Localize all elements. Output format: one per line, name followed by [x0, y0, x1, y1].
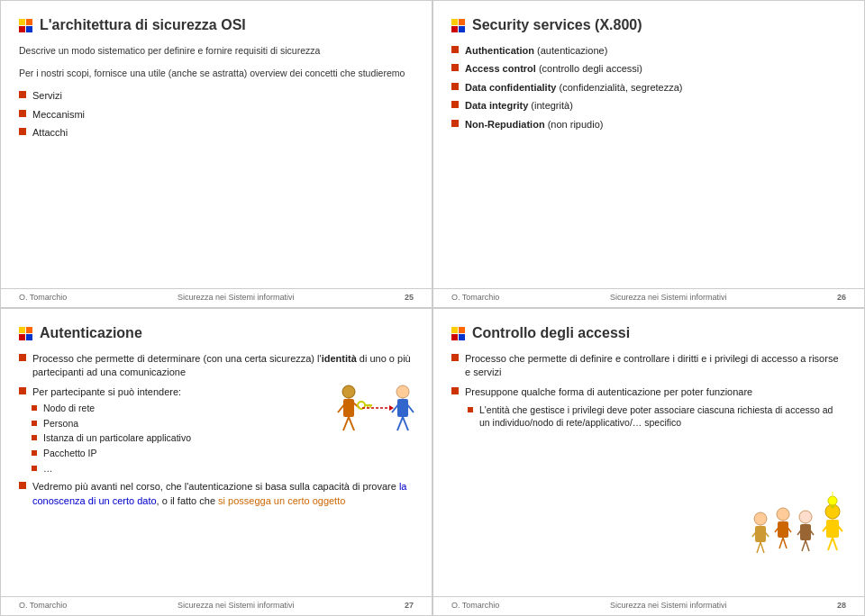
slide-26-footer: O. Tomarchio Sicurezza nei Sistemi infor…	[433, 288, 864, 302]
slide-25-intro1: Descrive un modo sistematico per definir…	[19, 44, 414, 58]
bullet-access-control: Access control (controllo degli accessi)	[451, 62, 846, 76]
sub-dots: …	[32, 463, 414, 476]
bullet-non-repudiation: Non-Repudiation (non ripudio)	[451, 118, 846, 131]
title-icon-28	[451, 327, 465, 340]
sub-bullet-icon	[32, 450, 37, 456]
svg-line-29	[783, 538, 787, 548]
sub-nodo-text: Nodo di rete	[43, 403, 95, 415]
sub-persona-text: Persona	[43, 418, 78, 430]
bullet-data-conf: Data confidentiality (confidenzialità, s…	[451, 81, 846, 95]
slide-27-footer: O. Tomarchio Sicurezza nei Sistemi infor…	[1, 596, 432, 610]
svg-point-24	[777, 508, 789, 521]
di-rest: (integrità)	[528, 100, 573, 111]
sub-entita-text: L'entità che gestisce i privilegi deve p…	[479, 404, 846, 429]
bullet-attacchi-text: Attacchi	[32, 126, 68, 140]
slide-26: Security services (X.800) Authentication…	[432, 0, 865, 308]
footer-number-28: 28	[837, 601, 846, 610]
footer-course-27: Sicurezza nei Sistemi informativi	[178, 601, 295, 610]
svg-rect-43	[831, 505, 834, 508]
bullet-processo-auth: Processo che permette di determinare (co…	[19, 352, 414, 380]
bullet-icon	[451, 387, 459, 394]
slide-25-title: L'architettura di sicurezza OSI	[40, 17, 246, 33]
bullet-icon	[19, 354, 26, 361]
svg-rect-19	[755, 526, 766, 542]
footer-number-27: 27	[405, 601, 414, 610]
footer-course-28: Sicurezza nei Sistemi informativi	[610, 601, 727, 610]
title-icon-25	[19, 19, 32, 32]
slide-28-sub: L'entità che gestisce i privilegi deve p…	[468, 404, 846, 429]
svg-point-30	[799, 511, 812, 523]
slide-28-footer: O. Tomarchio Sicurezza nei Sistemi infor…	[433, 596, 864, 610]
slide-28-title-bar: Controllo degli accessi	[451, 325, 846, 341]
svg-line-22	[757, 542, 760, 553]
svg-line-23	[760, 542, 764, 553]
auth-bold: Authentication	[465, 45, 534, 56]
sub-entita: L'entità che gestisce i privilegi deve p…	[468, 404, 846, 429]
bullet-controllo-2-text: Presuppone qualche forma di autenticazio…	[465, 385, 752, 399]
auth-rest: (autenticazione)	[534, 45, 607, 56]
bullet-controllo-1-text: Processo che permette di definire e cont…	[465, 352, 846, 380]
bullet-controllo-1: Processo che permette di definire e cont…	[451, 352, 846, 380]
slide-27: Autenticazione Processo che permette di …	[0, 308, 432, 616]
title-icon-26	[451, 19, 465, 32]
bullet-authentication: Authentication (autenticazione)	[451, 44, 846, 58]
outro-comma: , o il fatto che	[157, 495, 218, 506]
bullet-icon	[451, 354, 459, 361]
sub-bullet-icon	[468, 407, 473, 412]
svg-rect-31	[800, 524, 811, 540]
bullet-icon	[451, 101, 459, 108]
nr-bold: Non-Repudiation	[465, 119, 545, 130]
footer-course-25: Sicurezza nei Sistemi informativi	[178, 293, 295, 302]
svg-line-4	[343, 417, 349, 430]
di-bold: Data integrity	[465, 100, 528, 111]
bullet-controllo-2: Presuppone qualche forma di autenticazio…	[451, 385, 846, 399]
bullet-icon	[19, 128, 26, 135]
title-icon-27	[19, 327, 32, 340]
sub-bullet-icon	[32, 466, 37, 471]
svg-line-41	[833, 538, 837, 550]
slide-26-bullets: Authentication (autenticazione) Access c…	[451, 44, 846, 131]
access-svg	[747, 492, 855, 582]
sub-bullet-icon	[32, 435, 37, 440]
slide-25-bullets: Servizi Meccanismi Attacchi	[19, 89, 414, 140]
bullet-attacchi: Attacchi	[19, 126, 414, 140]
footer-number-26: 26	[837, 293, 846, 302]
bullet-icon	[451, 64, 459, 71]
nr-rest: (non ripudio)	[545, 119, 604, 130]
access-figure	[747, 492, 855, 584]
slide-25: L'architettura di sicurezza OSI Descrive…	[0, 0, 432, 308]
dc-bold: Data confidentiality	[465, 82, 556, 93]
bullet-data-int: Data integrity (integrità)	[451, 99, 846, 113]
slide-25-title-bar: L'architettura di sicurezza OSI	[19, 17, 414, 33]
svg-line-5	[349, 417, 354, 430]
identita-bold: identità	[322, 353, 357, 364]
footer-author-26: O. Tomarchio	[451, 293, 499, 302]
footer-number-25: 25	[405, 293, 414, 302]
ac-bold: Access control	[465, 63, 536, 74]
bullet-icon	[19, 91, 26, 98]
svg-rect-37	[826, 520, 839, 538]
bullet-icon	[451, 83, 459, 90]
svg-point-42	[828, 496, 837, 505]
slide-28-bullets: Processo che permette di definire e cont…	[451, 352, 846, 399]
svg-rect-11	[397, 399, 408, 417]
sub-bullet-icon	[32, 405, 37, 411]
bullet-vedremo: Vedremo più avanti nel corso, che l'aute…	[19, 480, 414, 508]
outro-text: Vedremo più avanti nel corso, che l'aute…	[32, 481, 399, 492]
bullet-icon	[451, 120, 459, 127]
outro-link2: si possegga un certo oggetto	[218, 495, 345, 506]
svg-line-40	[828, 538, 833, 550]
bullet-icon	[19, 110, 26, 117]
footer-author-27: O. Tomarchio	[19, 601, 67, 610]
slide-25-intro2: Per i nostri scopi, fornisce una utile (…	[19, 67, 414, 80]
slide-25-intro2-text: Per i nostri scopi, fornisce una utile (…	[19, 68, 405, 78]
slide-27-title: Autenticazione	[40, 325, 142, 341]
ac-rest: (controllo degli accessi)	[536, 63, 642, 74]
svg-line-14	[397, 417, 403, 430]
svg-point-10	[396, 385, 409, 398]
bullet-icon	[451, 46, 459, 53]
slide-26-title: Security services (X.800)	[472, 17, 642, 33]
footer-author-28: O. Tomarchio	[451, 601, 499, 610]
bullet-icon	[19, 387, 26, 394]
auth-figure	[331, 381, 421, 464]
